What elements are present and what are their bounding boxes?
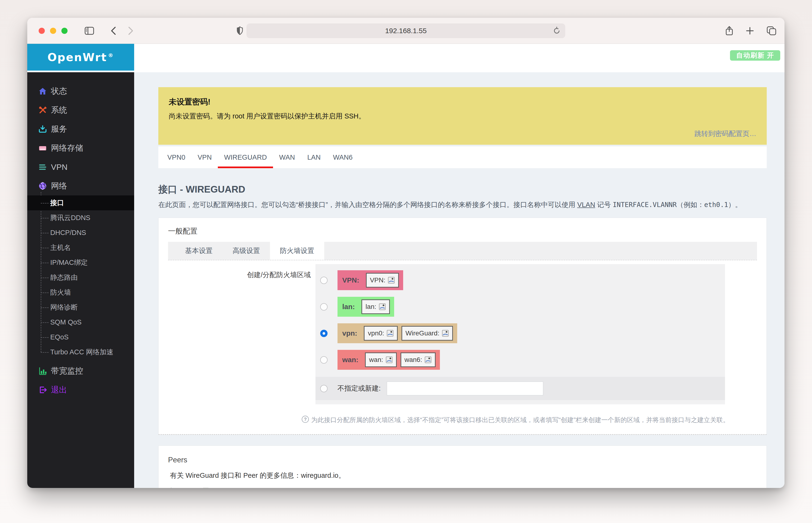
banner-body: 尚未设置密码。请为 root 用户设置密码以保护主机并启用 SSH。 bbox=[169, 112, 756, 121]
reload-icon[interactable] bbox=[553, 27, 561, 35]
sidebar-subitem-tencent-ddns[interactable]: 腾讯云DDNS bbox=[27, 210, 134, 225]
tab-basic-settings[interactable]: 基本设置 bbox=[175, 242, 223, 260]
shield-icon[interactable] bbox=[236, 26, 243, 35]
iface-name: vpn0: bbox=[368, 329, 384, 337]
tab-label: 高级设置 bbox=[232, 246, 260, 256]
url-bar[interactable]: 192.168.1.55 bbox=[247, 23, 565, 38]
sidebar-subitem-ip-mac-binding[interactable]: IP/MAC绑定 bbox=[27, 255, 134, 270]
sidebar-subitem-dhcp-dns[interactable]: DHCP/DNS bbox=[27, 225, 134, 240]
zone-radio-wan[interactable] bbox=[320, 356, 328, 364]
sidebar-subitem-hostname[interactable]: 主机名 bbox=[27, 240, 134, 255]
ifacebox-vpn0: vpn0: bbox=[364, 326, 398, 341]
network-subtree: 接口 腾讯云DDNS DHCP/DNS 主机名 IP/MAC绑定 静态路由 防火… bbox=[27, 195, 134, 360]
tab-wan6[interactable]: WAN6 bbox=[327, 146, 359, 168]
sidebar: 状态 系统 服务 网络存储 bbox=[27, 72, 134, 488]
subitem-label: 腾讯云DDNS bbox=[50, 213, 90, 223]
help-text: 为此接口分配所属的防火墙区域，选择“不指定”可将该接口移出已关联的区域，或者填写… bbox=[311, 416, 729, 424]
zone-radio-VPN[interactable] bbox=[320, 277, 328, 284]
minimize-window-button[interactable] bbox=[50, 28, 56, 34]
ethernet-icon bbox=[388, 277, 395, 284]
field-label: 创建/分配防火墙区域 bbox=[168, 264, 316, 404]
sidebar-item-system[interactable]: 系统 bbox=[27, 101, 134, 120]
vpn-icon bbox=[38, 163, 47, 171]
desc-text: 记号 bbox=[595, 201, 613, 209]
peers-title: Peers bbox=[168, 456, 757, 464]
ethernet-icon bbox=[424, 356, 431, 363]
subitem-label: 防火墙 bbox=[50, 288, 71, 297]
tab-firewall-settings[interactable]: 防火墙设置 bbox=[270, 242, 324, 260]
password-warning-banner: 未设置密码! 尚未设置密码。请为 root 用户设置密码以保护主机并启用 SSH… bbox=[158, 87, 767, 145]
tab-label: WAN bbox=[279, 154, 295, 161]
sidebar-item-logout[interactable]: 退出 bbox=[27, 380, 134, 399]
sidebar-item-label: 网络 bbox=[51, 180, 67, 192]
tab-label: VPN0 bbox=[167, 154, 186, 161]
browser-window: 192.168.1.55 OpenWrt® 自动刷新 开 bbox=[27, 18, 784, 488]
sidebar-item-services[interactable]: 服务 bbox=[27, 120, 134, 139]
sidebar-item-label: 系统 bbox=[51, 105, 67, 115]
zone-chip-wan: wan: wan: wan6: bbox=[337, 350, 440, 370]
tab-wireguard[interactable]: WIREGUARD bbox=[218, 146, 273, 168]
subitem-label: DHCP/DNS bbox=[50, 229, 86, 237]
zone-option-vpn: vpn: vpn0: WireGuard: bbox=[316, 320, 725, 346]
zone-option-wan: wan: wan: wan6: bbox=[316, 346, 725, 373]
zone-name: VPN: bbox=[342, 276, 359, 284]
close-window-button[interactable] bbox=[39, 28, 45, 34]
ethernet-icon bbox=[442, 330, 449, 337]
sidebar-subitem-eqos[interactable]: EQoS bbox=[27, 330, 134, 345]
autorefresh-toggle-button[interactable]: 自动刷新 开 bbox=[730, 50, 780, 61]
sidebar-item-network[interactable]: 网络 bbox=[27, 177, 134, 195]
go-to-password-page-link[interactable]: 跳转到密码配置页… bbox=[169, 129, 756, 139]
sidebar-subitem-sqm-qos[interactable]: SQM QoS bbox=[27, 315, 134, 330]
tab-vpn[interactable]: VPN bbox=[192, 146, 218, 168]
subitem-label: Turbo ACC 网络加速 bbox=[50, 347, 113, 357]
page-title: 接口 - WIREGUARD bbox=[158, 183, 767, 196]
zoom-window-button[interactable] bbox=[61, 28, 68, 34]
subitem-label: EQoS bbox=[50, 333, 69, 341]
interface-tabbar: VPN0 VPN WIREGUARD WAN LAN WAN6 bbox=[158, 146, 767, 168]
globe-icon bbox=[38, 182, 47, 190]
sidebar-subitem-diagnostics[interactable]: 网络诊断 bbox=[27, 300, 134, 315]
sidebar-subitem-firewall[interactable]: 防火墙 bbox=[27, 285, 134, 300]
new-tab-icon[interactable] bbox=[746, 26, 754, 35]
peers-info: 有关 WireGuard 接口和 Peer 的更多信息：wireguard.io… bbox=[168, 471, 757, 480]
tab-wan[interactable]: WAN bbox=[273, 146, 301, 168]
sidebar-item-vpn[interactable]: VPN bbox=[27, 158, 134, 177]
tab-overview-icon[interactable] bbox=[766, 26, 776, 36]
tab-vpn0[interactable]: VPN0 bbox=[161, 146, 192, 168]
new-zone-input[interactable] bbox=[387, 382, 543, 395]
subitem-label: 网络诊断 bbox=[50, 303, 78, 312]
general-config-title: 一般配置 bbox=[168, 226, 757, 236]
help-icon: ? bbox=[302, 416, 309, 423]
peers-empty-text: 尚无任何配置 bbox=[168, 487, 757, 488]
zone-chip-vpn: vpn: vpn0: WireGuard: bbox=[337, 323, 457, 343]
ifacebox-wan6: wan6: bbox=[401, 353, 436, 367]
tab-advanced-settings[interactable]: 高级设置 bbox=[223, 242, 270, 260]
sidebar-subitem-turbo-acc[interactable]: Turbo ACC 网络加速 bbox=[27, 345, 134, 360]
sidebar-item-label: 退出 bbox=[51, 384, 67, 395]
desc-text: （例如： bbox=[677, 201, 704, 209]
sidebar-item-storage[interactable]: 网络存储 bbox=[27, 139, 134, 158]
desc-text: 在此页面，您可以配置网络接口。您可以勾选“桥接接口”，并输入由空格分隔的多个网络… bbox=[158, 201, 577, 209]
share-icon[interactable] bbox=[725, 26, 733, 36]
desc-code: INTERFACE.VLANNR bbox=[613, 201, 677, 209]
sidebar-subitem-interfaces[interactable]: 接口 bbox=[27, 195, 134, 210]
sidebar-item-bandwidth-monitor[interactable]: 带宽监控 bbox=[27, 361, 134, 380]
zone-options-panel: VPN: VPN: lan: bbox=[316, 264, 725, 404]
forward-icon[interactable] bbox=[128, 26, 134, 36]
tab-label: WAN6 bbox=[333, 154, 353, 161]
url-text: 192.168.1.55 bbox=[385, 27, 427, 35]
zone-radio-vpn[interactable] bbox=[320, 330, 328, 337]
home-icon bbox=[38, 87, 47, 95]
tab-lan[interactable]: LAN bbox=[301, 146, 326, 168]
sidebar-item-label: 状态 bbox=[51, 86, 67, 97]
ifacebox-lan: lan: bbox=[361, 300, 390, 314]
zone-radio-unspecified[interactable] bbox=[320, 385, 328, 392]
sidebar-subitem-static-routes[interactable]: 静态路由 bbox=[27, 270, 134, 285]
firewall-zone-field: 创建/分配防火墙区域 VPN: VPN: bbox=[168, 264, 757, 404]
sidebar-item-status[interactable]: 状态 bbox=[27, 82, 134, 101]
back-icon[interactable] bbox=[110, 26, 117, 36]
logout-icon bbox=[38, 385, 47, 394]
zone-radio-lan[interactable] bbox=[320, 303, 328, 310]
sidebar-toggle-icon[interactable] bbox=[85, 27, 94, 35]
ifacebox-wan: wan: bbox=[365, 353, 396, 367]
